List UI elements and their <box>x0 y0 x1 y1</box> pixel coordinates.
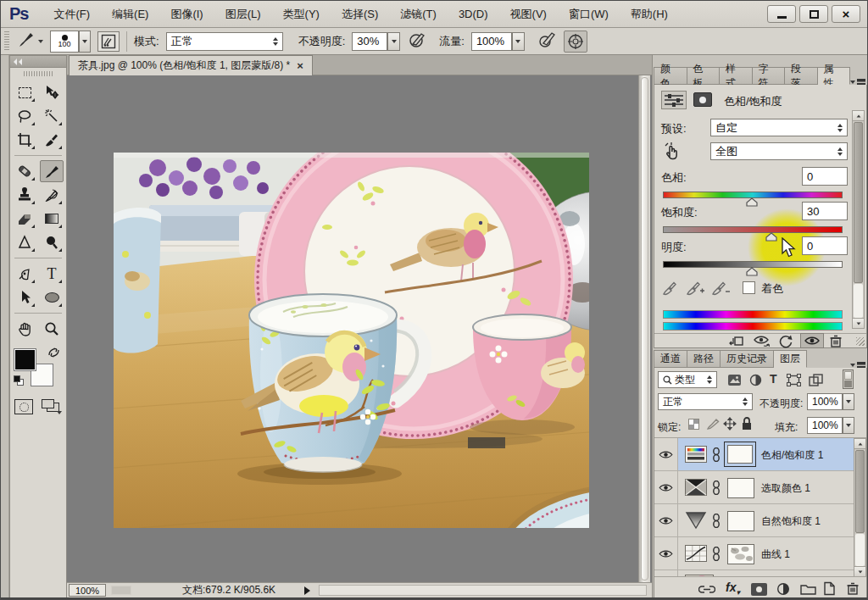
layer-row-curves[interactable]: 曲线 1 <box>654 537 854 570</box>
clip-to-layer-icon[interactable] <box>727 336 744 347</box>
swap-colors-icon[interactable] <box>47 347 61 358</box>
menu-type[interactable]: 类型(Y) <box>280 7 323 22</box>
filter-shape-layers-icon[interactable] <box>787 374 801 386</box>
properties-scrollbar[interactable] <box>852 110 865 329</box>
path-selection-tool[interactable] <box>13 286 36 308</box>
new-group-icon[interactable] <box>800 583 816 595</box>
delete-trash-icon[interactable] <box>829 334 843 348</box>
opacity-combo[interactable]: 30% <box>352 32 400 51</box>
tab-paths[interactable]: 路径 <box>687 350 721 368</box>
brush-tool[interactable] <box>40 160 64 182</box>
canvas-photo[interactable] <box>114 153 589 528</box>
options-grip[interactable] <box>4 31 9 52</box>
crop-tool[interactable] <box>13 129 36 151</box>
zoom-level-field[interactable]: 100% <box>69 584 106 597</box>
filter-pixel-layers-icon[interactable] <box>727 374 742 386</box>
layers-opacity-dropdown[interactable] <box>843 393 854 410</box>
layer-visibility-toggle[interactable] <box>654 471 678 503</box>
layer-name[interactable]: 自然饱和度 1 <box>761 514 821 529</box>
filter-type-layers-icon[interactable]: T <box>770 372 777 386</box>
mask-link-icon[interactable] <box>712 514 721 528</box>
menu-view[interactable]: 视图(V) <box>507 7 550 22</box>
lock-paint-icon[interactable] <box>706 417 720 431</box>
eyedropper-subtract-icon[interactable] <box>710 280 731 297</box>
visibility-toggle-button[interactable] <box>800 333 824 348</box>
type-tool[interactable]: T <box>40 263 64 285</box>
layer-row-background[interactable]: 背景 <box>654 570 854 576</box>
zoom-tool[interactable] <box>40 318 64 340</box>
layers-panel-menu[interactable] <box>850 362 867 368</box>
filter-smart-objects-icon[interactable] <box>809 374 823 386</box>
add-mask-icon[interactable] <box>751 583 767 596</box>
menu-window[interactable]: 窗口(W) <box>565 7 612 22</box>
scroll-up-button[interactable] <box>853 111 864 121</box>
layers-scrollbar-thumb[interactable] <box>855 450 865 533</box>
lightness-value-input[interactable]: 0 <box>802 236 848 255</box>
painted-mask-thumbnail[interactable] <box>727 544 754 564</box>
lock-transparency-icon[interactable] <box>688 419 699 430</box>
gradient-tool[interactable] <box>40 208 64 230</box>
range-select[interactable]: 全图 <box>710 142 848 160</box>
properties-scrollbar-thumb[interactable] <box>854 122 863 283</box>
targeted-adjustment-button[interactable] <box>661 141 683 161</box>
layer-name[interactable]: 曲线 1 <box>761 547 790 562</box>
eyedropper-tool[interactable] <box>40 129 64 151</box>
eyedropper-sample-icon[interactable] <box>661 280 678 297</box>
quick-mask-button[interactable] <box>14 399 33 414</box>
hue-value-input[interactable]: 0 <box>802 167 848 186</box>
layer-filter-toggle[interactable] <box>843 369 854 389</box>
mode-select[interactable]: 正常 <box>166 32 283 51</box>
tab-paragraph[interactable]: 段落 <box>785 67 818 85</box>
blend-mode-select[interactable]: 正常 <box>658 393 753 410</box>
document-tab[interactable]: 茶具.jpg @ 100% (色相/饱和度 1, 图层蒙版/8) * × <box>69 55 313 75</box>
layer-mask-thumbnail[interactable] <box>727 478 754 498</box>
foreground-color-swatch[interactable] <box>14 348 36 371</box>
menu-filter[interactable]: 滤镜(T) <box>397 7 440 22</box>
new-layer-icon[interactable] <box>823 581 836 596</box>
default-colors-icon[interactable] <box>14 375 25 387</box>
layer-visibility-toggle[interactable] <box>654 504 678 536</box>
tab-properties[interactable]: 属性 <box>818 67 851 85</box>
new-adjustment-icon[interactable] <box>776 582 790 596</box>
tab-swatches[interactable]: 色板 <box>687 67 721 85</box>
dodge-tool[interactable] <box>40 231 64 253</box>
layers-scrollbar[interactable] <box>854 438 866 576</box>
scroll-down-button[interactable] <box>853 318 864 328</box>
tab-color[interactable]: 颜色 <box>654 67 687 85</box>
move-tool[interactable] <box>40 81 64 103</box>
panel-resize-grip[interactable] <box>856 337 865 346</box>
layer-visibility-toggle[interactable] <box>654 570 678 576</box>
hand-tool[interactable] <box>13 318 36 340</box>
layer-filter-select[interactable]: 类型 <box>658 371 717 388</box>
blur-tool[interactable] <box>13 231 36 253</box>
brush-preset-picker[interactable]: 100 <box>50 31 91 53</box>
menu-image[interactable]: 图像(I) <box>167 7 206 22</box>
clone-stamp-tool[interactable] <box>13 184 36 206</box>
spot-healing-tool[interactable] <box>13 160 36 182</box>
layers-opacity-combo[interactable]: 100% <box>807 393 854 410</box>
menu-select[interactable]: 选择(S) <box>338 7 381 22</box>
scroll-down-button[interactable] <box>854 566 865 576</box>
flow-dropdown[interactable] <box>512 32 525 51</box>
lock-position-icon[interactable] <box>723 417 737 431</box>
hue-saturation-thumbnail[interactable] <box>685 446 707 463</box>
layer-visibility-toggle[interactable] <box>654 537 678 569</box>
opacity-pressure-icon[interactable] <box>407 30 427 53</box>
tool-preset-picker[interactable] <box>16 30 43 53</box>
saturation-value-input[interactable]: 30 <box>802 202 848 220</box>
flow-combo[interactable]: 100% <box>471 32 525 51</box>
mask-link-icon[interactable] <box>712 447 721 462</box>
pen-tool[interactable] <box>13 263 36 285</box>
scroll-up-button[interactable] <box>854 439 865 449</box>
layer-mask-thumbnail[interactable] <box>727 445 753 464</box>
close-button[interactable]: × <box>832 5 860 23</box>
layer-row-hue-saturation[interactable]: 色相/饱和度 1 <box>654 438 854 471</box>
properties-panel-menu[interactable] <box>850 79 867 85</box>
lightness-slider-thumb[interactable] <box>746 267 758 276</box>
curves-thumbnail[interactable] <box>685 545 707 562</box>
maximize-button[interactable] <box>799 5 828 23</box>
filter-adjustment-layers-icon[interactable] <box>749 374 762 386</box>
toggle-brush-panel-button[interactable] <box>97 31 120 52</box>
mask-badge-icon[interactable] <box>693 92 712 107</box>
menu-layer[interactable]: 图层(L) <box>222 7 264 22</box>
